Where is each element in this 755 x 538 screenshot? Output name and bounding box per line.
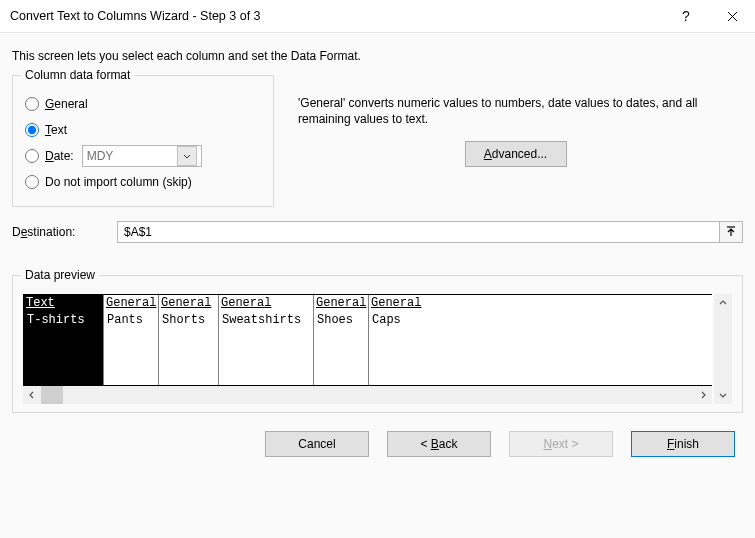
- scroll-right-icon[interactable]: [694, 386, 712, 404]
- horizontal-scrollbar[interactable]: [23, 386, 712, 404]
- back-button[interactable]: < Back: [387, 431, 491, 457]
- group-legend: Column data format: [21, 68, 134, 82]
- close-icon: [727, 11, 738, 22]
- vertical-scrollbar[interactable]: [714, 294, 732, 404]
- help-button[interactable]: ?: [663, 0, 709, 32]
- next-button: Next >: [509, 431, 613, 457]
- scroll-up-icon[interactable]: [714, 294, 732, 312]
- radio-text[interactable]: [25, 123, 39, 137]
- advanced-button[interactable]: Advanced...: [465, 141, 567, 167]
- option-date[interactable]: Date: MDY: [23, 144, 263, 168]
- destination-input[interactable]: [118, 222, 719, 242]
- preview-cell[interactable]: Sweatshirts: [219, 311, 314, 385]
- option-general[interactable]: General: [23, 92, 263, 116]
- preview-cell[interactable]: T-shirts: [24, 311, 104, 385]
- chevron-down-icon: [177, 146, 197, 166]
- date-format-select[interactable]: MDY: [82, 145, 202, 167]
- finish-button[interactable]: Finish: [631, 431, 735, 457]
- destination-row: Destination:: [12, 221, 743, 243]
- column-data-format-group: Column data format General Text Date: MD…: [12, 75, 274, 207]
- preview-col-header[interactable]: General: [219, 295, 314, 311]
- date-format-value: MDY: [87, 149, 114, 163]
- option-date-label: Date:: [45, 149, 74, 163]
- titlebar: Convert Text to Columns Wizard - Step 3 …: [0, 0, 755, 32]
- scroll-left-icon[interactable]: [23, 386, 41, 404]
- destination-input-wrap: [117, 221, 743, 243]
- radio-date[interactable]: [25, 149, 39, 163]
- preview-cell[interactable]: Caps: [369, 311, 712, 385]
- destination-label: Destination:: [12, 225, 117, 239]
- preview-col-header[interactable]: General: [104, 295, 159, 311]
- client-area: This screen lets you select each column …: [0, 32, 755, 538]
- collapse-dialog-icon: [725, 226, 737, 238]
- preview-col-header[interactable]: General: [369, 295, 712, 311]
- preview-cell[interactable]: Shoes: [314, 311, 369, 385]
- window-title: Convert Text to Columns Wizard - Step 3 …: [10, 9, 663, 23]
- preview-col-header[interactable]: General: [314, 295, 369, 311]
- close-button[interactable]: [709, 0, 755, 32]
- scroll-down-icon[interactable]: [714, 386, 732, 404]
- radio-general[interactable]: [25, 97, 39, 111]
- preview-grid[interactable]: TextGeneralGeneralGeneralGeneralGeneralT…: [23, 294, 712, 386]
- wizard-window: Convert Text to Columns Wizard - Step 3 …: [0, 0, 755, 538]
- preview-col-header[interactable]: Text: [24, 295, 104, 311]
- preview-cell[interactable]: Shorts: [159, 311, 219, 385]
- scroll-thumb[interactable]: [41, 386, 63, 404]
- option-text[interactable]: Text: [23, 118, 263, 142]
- description-area: 'General' converts numeric values to num…: [288, 75, 743, 207]
- option-skip-label: Do not import column (skip): [45, 175, 192, 189]
- option-skip[interactable]: Do not import column (skip): [23, 170, 263, 194]
- footer-buttons: Cancel < Back Next > Finish: [12, 431, 743, 471]
- cancel-button[interactable]: Cancel: [265, 431, 369, 457]
- preview-legend: Data preview: [21, 268, 99, 282]
- option-general-label: General: [45, 97, 88, 111]
- radio-skip[interactable]: [25, 175, 39, 189]
- description-text: 'General' converts numeric values to num…: [298, 95, 733, 127]
- preview-col-header[interactable]: General: [159, 295, 219, 311]
- preview-cell[interactable]: Pants: [104, 311, 159, 385]
- range-picker-button[interactable]: [719, 222, 742, 242]
- data-preview-group: Data preview TextGeneralGeneralGeneralGe…: [12, 275, 743, 413]
- option-text-label: Text: [45, 123, 67, 137]
